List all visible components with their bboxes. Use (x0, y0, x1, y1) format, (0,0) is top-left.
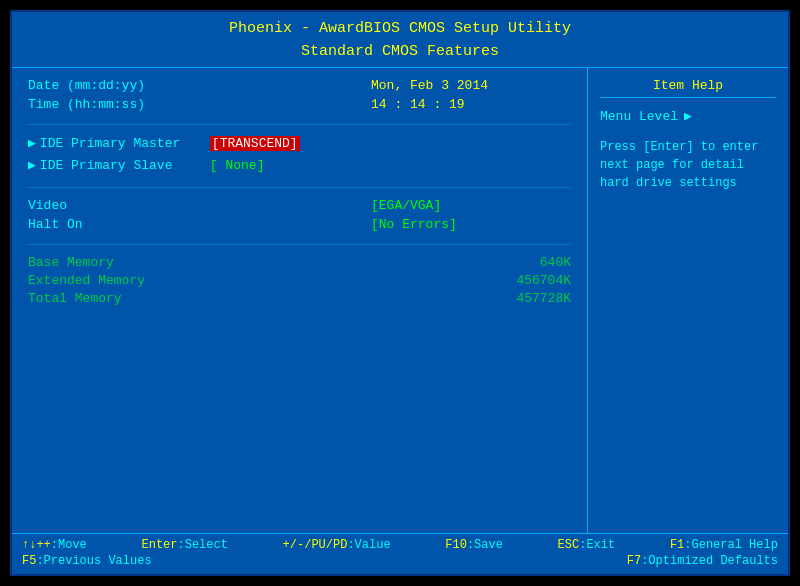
menu-level: Menu Level ▶ (600, 108, 776, 124)
help-title: Item Help (600, 78, 776, 98)
footer-save: F10:Save (445, 538, 503, 552)
bios-main-panel: Date (mm:dd:yy) Mon, Feb 3 2014 Time (hh… (12, 68, 588, 533)
ide-section: ▶ IDE Primary Master [TRANSCEND] ▶ IDE P… (28, 135, 571, 188)
video-row: Video [EGA/VGA] (28, 198, 571, 213)
footer-exit: ESC:Exit (558, 538, 616, 552)
footer-move: ↑↓++:Move (22, 538, 87, 552)
footer-general-help: F1:General Help (670, 538, 778, 552)
footer-key-esc: ESC (558, 538, 580, 552)
ide-primary-master-value[interactable]: [TRANSCEND] (210, 136, 300, 151)
extended-memory-label: Extended Memory (28, 273, 208, 288)
footer-key-f5: F5 (22, 554, 36, 568)
footer-key-enter: Enter (142, 538, 178, 552)
extended-memory-row: Extended Memory 456704K (28, 273, 571, 288)
ide-primary-master-label: IDE Primary Master (40, 136, 210, 151)
bios-title-line2: Standard CMOS Features (12, 41, 788, 64)
bios-title-line1: Phoenix - AwardBIOS CMOS Setup Utility (12, 18, 788, 41)
footer-key-value: +/-/PU/PD (283, 538, 348, 552)
base-memory-value: 640K (451, 255, 571, 270)
total-memory-row: Total Memory 457728K (28, 291, 571, 306)
footer-select: Enter:Select (142, 538, 228, 552)
base-memory-row: Base Memory 640K (28, 255, 571, 270)
base-memory-label: Base Memory (28, 255, 208, 270)
footer-optimized-defaults: F7:Optimized Defaults (627, 554, 778, 568)
video-value[interactable]: [EGA/VGA] (371, 198, 571, 213)
video-halt-section: Video [EGA/VGA] Halt On [No Errors] (28, 198, 571, 245)
footer-key-f7: F7 (627, 554, 641, 568)
ide-primary-master-text: TRANSCEND (220, 136, 290, 151)
bios-body: Date (mm:dd:yy) Mon, Feb 3 2014 Time (hh… (12, 67, 788, 533)
ide-primary-master-arrow: ▶ (28, 135, 36, 151)
footer-key-f10: F10 (445, 538, 467, 552)
bios-footer: ↑↓++:Move Enter:Select +/-/PU/PD:Value F… (12, 533, 788, 574)
total-memory-label: Total Memory (28, 291, 208, 306)
menu-level-label: Menu Level (600, 109, 678, 124)
time-row: Time (hh:mm:ss) 14 : 14 : 19 (28, 97, 571, 112)
ide-primary-slave-label: IDE Primary Slave (40, 158, 210, 173)
memory-section: Base Memory 640K Extended Memory 456704K… (28, 255, 571, 306)
ide-primary-slave-arrow: ▶ (28, 157, 36, 173)
halt-label: Halt On (28, 217, 208, 232)
bios-help-panel: Item Help Menu Level ▶ Press [Enter] to … (588, 68, 788, 533)
ide-primary-slave-value[interactable]: [ None] (210, 158, 265, 173)
bios-screen: Phoenix - AwardBIOS CMOS Setup Utility S… (10, 10, 790, 576)
footer-key-f1: F1 (670, 538, 684, 552)
footer-value: +/-/PU/PD:Value (283, 538, 391, 552)
date-value: Mon, Feb 3 2014 (371, 78, 571, 93)
video-label: Video (28, 198, 208, 213)
halt-row: Halt On [No Errors] (28, 217, 571, 232)
footer-row-2: F5:Previous Values F7:Optimized Defaults (22, 554, 778, 568)
time-value: 14 : 14 : 19 (371, 97, 571, 112)
footer-row-1: ↑↓++:Move Enter:Select +/-/PU/PD:Value F… (22, 538, 778, 552)
help-description: Press [Enter] to enter next page for det… (600, 138, 776, 192)
ide-primary-master-row: ▶ IDE Primary Master [TRANSCEND] (28, 135, 571, 151)
bios-header: Phoenix - AwardBIOS CMOS Setup Utility S… (12, 12, 788, 67)
halt-value[interactable]: [No Errors] (371, 217, 571, 232)
footer-prev-values: F5:Previous Values (22, 554, 152, 568)
menu-level-arrow: ▶ (684, 108, 692, 124)
extended-memory-value: 456704K (451, 273, 571, 288)
total-memory-value: 457728K (451, 291, 571, 306)
date-label: Date (mm:dd:yy) (28, 78, 208, 93)
time-label: Time (hh:mm:ss) (28, 97, 208, 112)
ide-primary-slave-row: ▶ IDE Primary Slave [ None] (28, 157, 571, 173)
footer-key-move: ↑↓++ (22, 538, 51, 552)
date-row: Date (mm:dd:yy) Mon, Feb 3 2014 (28, 78, 571, 93)
date-time-section: Date (mm:dd:yy) Mon, Feb 3 2014 Time (hh… (28, 78, 571, 125)
